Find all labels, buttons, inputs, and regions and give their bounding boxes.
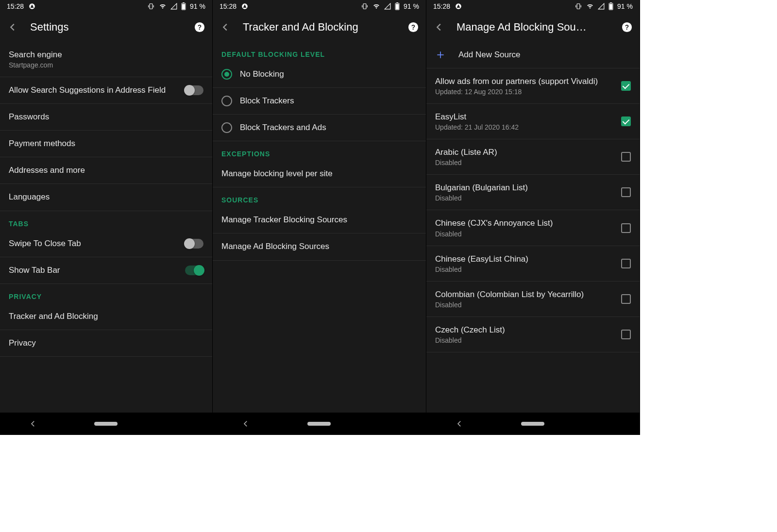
item-primary: Arabic (Liste AR)	[435, 147, 613, 158]
item-primary: Allow ads from our partners (support Viv…	[435, 76, 613, 87]
toggle-switch[interactable]	[185, 85, 203, 95]
list-item[interactable]: Search engineStartpage.com	[0, 42, 212, 77]
item-primary: Manage Tracker Blocking Sources	[221, 215, 417, 225]
list-item[interactable]: Manage blocking level per site	[213, 161, 426, 187]
item-primary: Show Tab Bar	[9, 265, 177, 276]
list-item[interactable]: Swipe To Close Tab	[0, 231, 212, 257]
app-bar: Tracker and Ad Blocking ?	[213, 13, 426, 42]
radio-button[interactable]	[221, 96, 232, 106]
section-header: PRIVACY	[0, 284, 212, 303]
item-secondary: Disabled	[435, 230, 613, 238]
checkbox[interactable]	[621, 152, 631, 162]
list-item[interactable]: Block Trackers and Ads	[213, 115, 426, 141]
add-new-source-button[interactable]: Add New Source	[426, 42, 640, 68]
status-bar: 15:28 91 %	[0, 0, 212, 13]
checkbox[interactable]	[621, 187, 631, 197]
radio-button[interactable]	[221, 122, 232, 133]
item-primary: Block Trackers and Ads	[240, 122, 417, 133]
item-primary: Search engine	[9, 50, 203, 60]
checkbox[interactable]	[621, 223, 631, 233]
checkbox[interactable]	[621, 294, 631, 304]
app-badge-icon	[241, 3, 248, 10]
checkbox[interactable]	[621, 330, 631, 339]
android-nav-bar	[213, 413, 426, 435]
list-item[interactable]: Arabic (Liste AR)Disabled	[426, 139, 640, 175]
section-header: TABS	[0, 211, 212, 231]
app-badge-icon	[455, 3, 462, 10]
svg-rect-5	[183, 2, 184, 3]
list-item[interactable]: Addresses and more	[0, 157, 212, 184]
nav-home-pill[interactable]	[307, 422, 331, 426]
list-item[interactable]: Chinese (CJX's Annoyance List)Disabled	[426, 210, 640, 246]
toggle-switch[interactable]	[185, 266, 203, 275]
svg-rect-15	[396, 4, 399, 9]
item-primary: Tracker and Ad Blocking	[9, 311, 203, 322]
status-battery: 91 %	[617, 2, 633, 10]
checkbox[interactable]	[621, 259, 631, 268]
list-item[interactable]: Colombian (Colombian List by Yecarrillo)…	[426, 282, 640, 317]
vibrate-icon	[361, 3, 369, 10]
add-source-label: Add New Source	[454, 50, 631, 60]
item-secondary: Disabled	[435, 336, 613, 344]
list-item[interactable]: Allow ads from our partners (support Viv…	[426, 68, 640, 104]
list-item[interactable]: Tracker and Ad Blocking	[0, 303, 212, 330]
status-bar: 15:28 91 %	[426, 0, 640, 13]
wifi-icon	[586, 3, 594, 10]
svg-text:?: ?	[625, 24, 629, 31]
nav-home-pill[interactable]	[521, 422, 544, 426]
list-item[interactable]: Allow Search Suggestions in Address Fiel…	[0, 77, 212, 104]
status-time: 15:28	[433, 2, 450, 10]
list-item[interactable]: Passwords	[0, 104, 212, 131]
list-item[interactable]: Payment methods	[0, 131, 212, 157]
list-item[interactable]: Bulgarian (Bulgarian List)Disabled	[426, 175, 640, 210]
nav-back-icon[interactable]	[455, 419, 464, 428]
battery-icon	[608, 2, 613, 10]
svg-rect-19	[577, 4, 580, 9]
checkbox[interactable]	[621, 116, 631, 126]
svg-rect-1	[150, 4, 152, 9]
list-item[interactable]: No Blocking	[213, 61, 426, 88]
item-primary: Bulgarian (Bulgarian List)	[435, 183, 613, 193]
toggle-switch[interactable]	[185, 239, 203, 249]
wifi-icon	[372, 3, 380, 10]
vibrate-icon	[147, 3, 155, 10]
list-item[interactable]: EasyListUpdated: 21 Jul 2020 16:42	[426, 104, 640, 139]
help-button[interactable]: ?	[621, 21, 633, 33]
checkbox[interactable]	[621, 81, 631, 91]
screen-manage-ad-sources: 15:28 91 % Manage Ad Blocking Sou… ? Add…	[426, 0, 640, 435]
list-item[interactable]: Manage Tracker Blocking Sources	[213, 207, 426, 233]
battery-icon	[395, 2, 400, 10]
list-item[interactable]: Czech (Czech List)Disabled	[426, 317, 640, 352]
help-button[interactable]: ?	[194, 21, 205, 33]
item-secondary: Disabled	[435, 266, 613, 273]
svg-rect-6	[182, 4, 185, 9]
list-item[interactable]: Block Trackers	[213, 88, 426, 115]
section-header: DEFAULT BLOCKING LEVEL	[213, 42, 426, 61]
nav-back-icon[interactable]	[29, 419, 37, 428]
status-battery: 91 %	[404, 2, 419, 10]
nav-back-icon[interactable]	[241, 419, 250, 428]
radio-button[interactable]	[221, 69, 232, 80]
item-primary: EasyList	[435, 112, 613, 122]
chevron-left-icon	[220, 22, 231, 33]
nav-home-pill[interactable]	[94, 422, 118, 426]
page-title: Manage Ad Blocking Sou…	[456, 21, 609, 33]
list-item[interactable]: Show Tab Bar	[0, 257, 212, 284]
item-primary: Manage blocking level per site	[221, 168, 417, 179]
screen-tracker-ad-blocking: 15:28 91 % Tracker and Ad Blocking ? DEF…	[213, 0, 426, 435]
list-item[interactable]: Chinese (EasyList China)Disabled	[426, 246, 640, 282]
section-header: SOURCES	[213, 187, 426, 207]
back-button[interactable]	[433, 21, 445, 33]
list-item[interactable]: Languages	[0, 184, 212, 211]
list-item[interactable]: Privacy	[0, 330, 212, 357]
item-secondary: Startpage.com	[9, 61, 203, 69]
list-item[interactable]: Manage Ad Blocking Sources	[213, 233, 426, 260]
section-header: EXCEPTIONS	[213, 141, 426, 161]
status-time: 15:28	[220, 2, 236, 10]
help-button[interactable]: ?	[407, 21, 419, 33]
back-button[interactable]	[220, 21, 231, 33]
back-button[interactable]	[7, 21, 18, 33]
plus-icon	[435, 50, 446, 60]
page-title: Settings	[30, 21, 182, 33]
item-primary: Allow Search Suggestions in Address Fiel…	[9, 85, 177, 96]
